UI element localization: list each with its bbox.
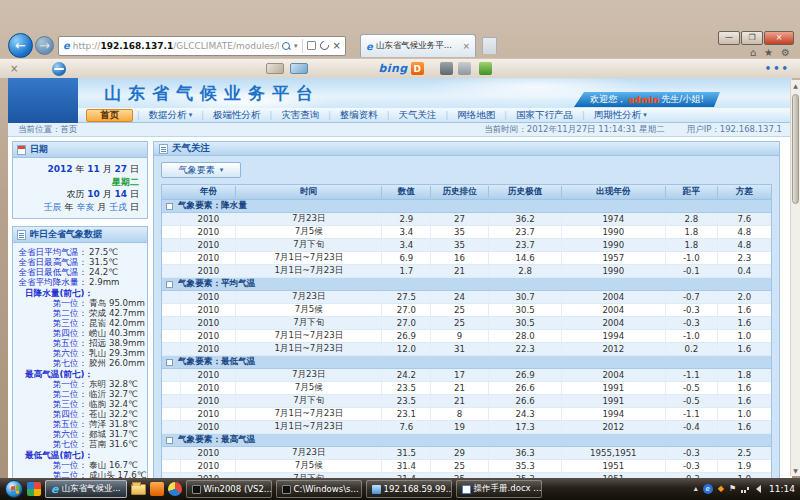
network-icon[interactable] bbox=[741, 485, 751, 493]
grid-cell: 17 bbox=[431, 369, 489, 381]
nav-item-5[interactable]: 天气关注 bbox=[390, 109, 446, 122]
compatibility-view-icon[interactable] bbox=[307, 41, 316, 50]
vertical-scrollbar[interactable]: ▲ ▼ bbox=[790, 80, 800, 476]
update-tray-icon[interactable]: e bbox=[703, 484, 713, 494]
sidebar: 日期 2012 年 11 月 27 日 星期二 农历 10 月 14 日 壬辰 … bbox=[12, 141, 148, 500]
home-icon[interactable]: ⌂ bbox=[750, 47, 756, 58]
group-checkbox[interactable] bbox=[166, 203, 173, 210]
scrollbar-thumb[interactable] bbox=[792, 94, 799, 204]
rank-list-title: 最高气温(前七)： bbox=[15, 369, 145, 379]
minimize-button[interactable]: — bbox=[718, 31, 740, 45]
close-button[interactable]: × bbox=[764, 31, 794, 45]
grid-cell: 4.8 bbox=[718, 239, 771, 251]
rank-item: 第四位：苍山 32.2℃ bbox=[15, 409, 145, 419]
grid-cell: 2010 bbox=[181, 447, 236, 459]
grid-cell: -0.3 bbox=[666, 447, 718, 459]
grid-cell: 2.3 bbox=[718, 252, 771, 264]
nav-item-7[interactable]: 国家下行产品 bbox=[507, 109, 582, 122]
taskbar-window-button[interactable]: C:\Windows\s... bbox=[276, 480, 362, 498]
grid-cell: 16 bbox=[431, 252, 489, 264]
table-row: 20107月1日~7月23日23.1824.31994-1.11.0 bbox=[162, 408, 771, 421]
nav-item-2[interactable]: 极端性分析 bbox=[204, 109, 270, 122]
table-row: 20107月下旬3.43523.719901.84.8 bbox=[162, 239, 771, 252]
pinned-app-icon[interactable] bbox=[150, 482, 164, 496]
grid-cell: 2010 bbox=[181, 395, 236, 407]
explorer-icon[interactable] bbox=[131, 484, 146, 495]
scroll-down-icon[interactable]: ▼ bbox=[791, 465, 800, 476]
weather-panel-title: 昨日全省气象数据 bbox=[30, 228, 102, 241]
card-icon[interactable] bbox=[266, 63, 284, 74]
security-tray-app-icon[interactable] bbox=[27, 482, 41, 496]
more-options-icon[interactable]: ••• bbox=[765, 63, 790, 74]
mail-icon[interactable] bbox=[290, 63, 308, 74]
nav-item-1[interactable]: 数据分析▾ bbox=[140, 109, 202, 122]
grid-cell: 7.6 bbox=[718, 213, 771, 225]
table-row: 20107月5候23.52126.61991-0.51.6 bbox=[162, 382, 771, 395]
taskbar-window-button[interactable]: 192.168.59.99... bbox=[366, 480, 452, 498]
element-selector-button[interactable]: 气象要素▾ bbox=[161, 162, 241, 178]
forward-button[interactable]: → bbox=[35, 36, 54, 55]
start-button[interactable] bbox=[5, 480, 23, 498]
group-checkbox[interactable] bbox=[166, 359, 173, 366]
rank-item: 第一位：东明 32.8℃ bbox=[15, 379, 145, 389]
taskbar-window-button[interactable]: 操作手册.docx ... bbox=[456, 480, 542, 498]
grid-cell: 2012 bbox=[562, 343, 666, 355]
browser-app-icon[interactable] bbox=[168, 482, 182, 496]
calendar-body: 2012 年 11 月 27 日 星期二 农历 10 月 14 日 壬辰 年 辛… bbox=[13, 158, 147, 218]
back-button[interactable]: ← bbox=[8, 33, 33, 58]
settings-gear-icon[interactable]: ⚙ bbox=[781, 47, 790, 58]
grid-cell: 17.3 bbox=[489, 421, 562, 433]
divider bbox=[302, 39, 303, 53]
browser-tab[interactable]: e 山东省气候业务平... × bbox=[360, 34, 476, 57]
taskbar: e 山东省气候业... Win2008 (VS2...C:\Windows\s.… bbox=[0, 478, 800, 500]
bing-logo[interactable]: bing bbox=[378, 62, 407, 75]
nav-item-4[interactable]: 整编资料 bbox=[331, 109, 387, 122]
volume-icon[interactable] bbox=[756, 485, 761, 493]
chevron-down-icon: ▾ bbox=[643, 111, 647, 119]
favorites-star-icon[interactable]: ★ bbox=[764, 47, 773, 58]
group-checkbox[interactable] bbox=[166, 281, 173, 288]
grid-cell: -1.0 bbox=[666, 252, 718, 264]
new-tab-button[interactable] bbox=[482, 37, 497, 54]
url-text[interactable]: http://192.168.137.1/GLCCLIMATE/modules/… bbox=[73, 41, 279, 51]
camera-addon-icon[interactable] bbox=[440, 62, 453, 75]
globe-addon-icon[interactable] bbox=[479, 62, 492, 75]
alert-tray-icon[interactable]: ◆ bbox=[718, 485, 724, 493]
d-addon-icon[interactable]: D bbox=[411, 62, 424, 75]
grid-cell: 1月1日~7月23日 bbox=[236, 421, 382, 433]
taskbar-window-button[interactable]: Win2008 (VS2... bbox=[186, 480, 272, 498]
grid-cell: 7月23日 bbox=[236, 213, 382, 225]
grid-cell: 26.6 bbox=[489, 395, 562, 407]
grid-cell: -0.3 bbox=[666, 304, 718, 316]
table-row: 20107月下旬23.52126.61991-0.51.6 bbox=[162, 395, 771, 408]
gregorian-date: 2012 年 11 月 27 日 bbox=[17, 163, 139, 176]
maximize-button[interactable]: ❐ bbox=[741, 31, 763, 45]
main-nav-menu: 首页|数据分析▾|极端性分析|灾害查询|整编资料|天气关注|网络地图|国家下行产… bbox=[78, 108, 792, 123]
paw-addon-icon[interactable] bbox=[458, 62, 471, 75]
scroll-up-icon[interactable]: ▲ bbox=[791, 80, 800, 91]
grid-cell: 27.0 bbox=[382, 304, 431, 316]
stop-icon[interactable]: × bbox=[333, 41, 341, 51]
address-bar[interactable]: e http://192.168.137.1/GLCCLIMATE/module… bbox=[58, 36, 346, 56]
weather-focus-subpanel: 气象要素▾ 年份时间数值历史排位历史极值出现年份距平方差气象要素：降水量2010… bbox=[153, 156, 780, 500]
nav-item-6[interactable]: 网络地图 bbox=[448, 109, 504, 122]
blocker-icon[interactable] bbox=[52, 62, 66, 76]
grid-group-label: 气象要素：最低气温 bbox=[178, 356, 255, 368]
search-dropdown-icon[interactable]: ▾ bbox=[294, 42, 298, 50]
group-checkbox[interactable] bbox=[166, 437, 173, 444]
nav-item-0[interactable]: 首页 bbox=[86, 109, 133, 122]
grid-cell: 2010 bbox=[181, 291, 236, 303]
nav-item-8[interactable]: 周期性分析▾ bbox=[585, 109, 656, 122]
toolbar-close-icon[interactable]: × bbox=[10, 63, 18, 74]
grid-cell: 1.0 bbox=[718, 330, 771, 342]
refresh-icon[interactable] bbox=[318, 39, 331, 52]
nav-item-3[interactable]: 灾害查询 bbox=[272, 109, 328, 122]
search-icon[interactable] bbox=[282, 42, 290, 50]
grid-cell: -1.1 bbox=[666, 369, 718, 381]
taskbar-ie-window[interactable]: e 山东省气候业... bbox=[45, 480, 127, 498]
taskbar-clock[interactable]: 11:14 bbox=[769, 484, 795, 494]
tab-close-icon[interactable]: × bbox=[462, 41, 470, 51]
action-center-flag-icon[interactable]: ⚑ bbox=[729, 485, 736, 493]
rank-item: 第七位：莒南 31.6℃ bbox=[15, 439, 145, 449]
hidden-icons-arrow[interactable]: ▴ bbox=[694, 485, 698, 493]
